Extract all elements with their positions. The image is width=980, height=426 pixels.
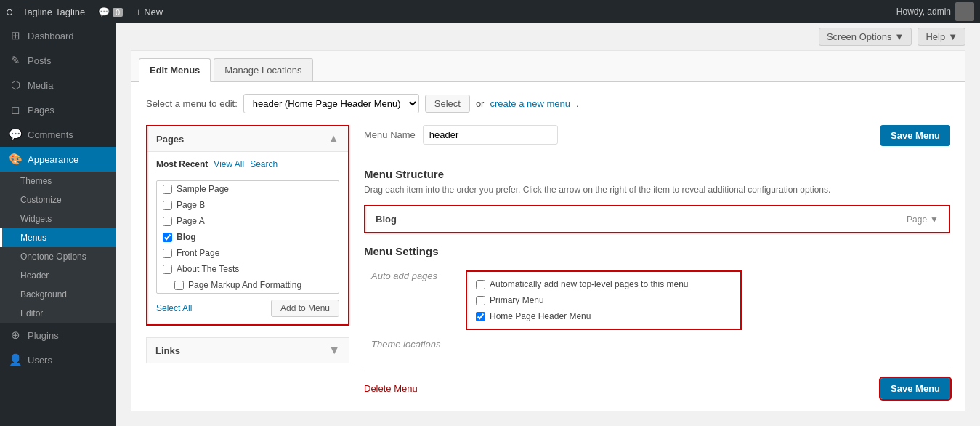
pages-tab-viewall[interactable]: View All (214, 159, 244, 169)
columns-layout: Pages ▲ Most Recent View All Search (146, 125, 950, 399)
dashboard-icon: ⊞ (9, 29, 22, 42)
page-label-sample[interactable]: Sample Page (177, 184, 229, 194)
page-label-frontpage[interactable]: Front Page (177, 248, 219, 258)
help-button[interactable]: Help ▼ (918, 28, 965, 46)
menu-name-input[interactable] (423, 125, 558, 145)
sidebar-item-appearance[interactable]: 🎨 Appearance (0, 147, 116, 172)
page-checkbox-pageb[interactable] (163, 201, 172, 210)
save-menu-button-top[interactable]: Save Menu (880, 125, 950, 146)
pages-tab-search[interactable]: Search (250, 159, 278, 169)
menu-selector-row: Select a menu to edit: header (Home Page… (146, 94, 950, 113)
page-checkbox-abouttests[interactable] (163, 265, 172, 274)
sidebar-item-plugins[interactable]: ⊕ Plugins (0, 323, 116, 347)
page-item-pageb: Page B (157, 197, 339, 213)
sidebar-item-header[interactable]: Header (0, 266, 116, 285)
menu-settings-heading: Menu Settings (364, 245, 950, 257)
admin-bar: ○ Tagline Tagline 💬 0 + New Howdy, admin (0, 0, 980, 23)
page-checkbox-pagea[interactable] (163, 217, 172, 226)
sidebar-item-menus[interactable]: Menus → (0, 228, 116, 247)
page-item-sample: Sample Page (157, 181, 339, 197)
sidebar-item-customize[interactable]: Customize (0, 190, 116, 209)
save-menu-button-bottom[interactable]: Save Menu (880, 378, 950, 399)
avatar[interactable] (955, 2, 974, 21)
content-wrap: Edit Menus Manage Locations Select a men… (131, 50, 965, 411)
pages-actions: Select All Add to Menu (156, 300, 339, 317)
links-header: Links ▼ (146, 337, 349, 363)
sidebar-item-posts[interactable]: ✎ Posts (0, 48, 116, 73)
nav-tabs: Edit Menus Manage Locations (131, 51, 965, 82)
sidebar-item-themes[interactable]: Themes (0, 172, 116, 190)
blog-item-chevron[interactable]: ▼ (930, 214, 939, 225)
tab-edit-menus[interactable]: Edit Menus (139, 58, 211, 82)
create-new-menu-link[interactable]: create a new menu (490, 98, 570, 109)
page-label-blog[interactable]: Blog (177, 232, 196, 242)
menu-structure-desc: Drag each item into the order you prefer… (364, 185, 950, 195)
links-postbox: Links ▼ (146, 337, 349, 363)
pages-toggle[interactable]: ▲ (328, 132, 339, 145)
add-to-menu-button[interactable]: Add to Menu (271, 300, 339, 317)
page-checkbox-blog[interactable] (163, 233, 172, 242)
auto-add-checkbox[interactable] (476, 280, 485, 289)
wp-logo-icon[interactable]: ○ (6, 4, 14, 20)
auto-add-row: Auto add pages Automatically add new top… (364, 266, 950, 334)
links-toggle[interactable]: ▼ (328, 344, 340, 357)
sidebar-item-comments[interactable]: 💬 Comments (0, 122, 116, 147)
home-header-checkbox[interactable] (476, 312, 485, 321)
sidebar: ⊞ Dashboard ✎ Posts ⬡ Media ◻ Pages 💬 Co… (0, 23, 116, 426)
settings-box: Automatically add new top-level pages to… (466, 270, 742, 330)
sidebar-item-dashboard[interactable]: ⊞ Dashboard (0, 23, 116, 48)
sidebar-item-media[interactable]: ⬡ Media (0, 73, 116, 97)
page-label-abouttests[interactable]: About The Tests (177, 264, 239, 274)
sidebar-item-background[interactable]: Background (0, 285, 116, 304)
main-content: Screen Options ▼ Help ▼ Edit Menus Manag… (116, 23, 980, 426)
plugins-icon: ⊕ (9, 329, 22, 342)
page-checkbox-markup[interactable] (174, 281, 184, 290)
comments-count: 0 (113, 8, 123, 17)
pages-title: Pages (156, 134, 184, 145)
primary-menu-checkbox[interactable] (476, 296, 485, 305)
screen-options-chevron: ▼ (895, 31, 904, 42)
tab-manage-locations[interactable]: Manage Locations (214, 58, 312, 81)
media-icon: ⬡ (9, 79, 22, 92)
page-item-pagea: Page A (157, 213, 339, 229)
sidebar-label-users: Users (28, 355, 52, 366)
menu-dropdown[interactable]: header (Home Page Header Menu) (243, 94, 419, 113)
delete-menu-link[interactable]: Delete Menu (364, 383, 418, 394)
blog-menu-item[interactable]: Blog Page ▼ (364, 205, 950, 233)
page-label-markup[interactable]: Page Markup And Formatting (188, 280, 301, 290)
sidebar-label-appearance: Appearance (28, 154, 78, 165)
comments-icon[interactable]: 💬 0 (98, 7, 123, 17)
sidebar-item-widgets[interactable]: Widgets (0, 209, 116, 228)
page-checkbox-frontpage[interactable] (163, 249, 172, 258)
or-text: or (476, 98, 485, 109)
select-all-link[interactable]: Select All (156, 303, 192, 313)
page-label-pageb[interactable]: Page B (177, 200, 205, 210)
theme-locations-row: Theme locations (364, 334, 950, 354)
auto-add-label: Auto add pages (364, 266, 458, 334)
sidebar-item-editor[interactable]: Editor (0, 304, 116, 323)
auto-add-checkbox-row: Automatically add new top-level pages to… (476, 279, 732, 289)
pages-postbox-header: Pages ▲ (147, 126, 348, 152)
page-checkbox-sample[interactable] (163, 185, 172, 194)
pages-tab-recent[interactable]: Most Recent (156, 159, 208, 169)
home-page-header-row: Home Page Header Menu (476, 311, 732, 321)
help-chevron: ▼ (948, 31, 957, 42)
page-label-pagea[interactable]: Page A (177, 216, 205, 226)
page-item-frontpage: Front Page (157, 245, 339, 261)
sidebar-item-pages[interactable]: ◻ Pages (0, 97, 116, 122)
sidebar-item-onetone[interactable]: Onetone Options (0, 247, 116, 266)
sidebar-label-dashboard: Dashboard (28, 31, 74, 41)
new-button[interactable]: + New (136, 7, 163, 17)
site-name[interactable]: Tagline (23, 7, 52, 17)
links-title: Links (155, 345, 180, 356)
menu-select-button[interactable]: Select (425, 95, 470, 113)
home-header-label[interactable]: Home Page Header Menu (490, 311, 591, 321)
screen-options-button[interactable]: Screen Options ▼ (819, 28, 912, 46)
auto-add-text[interactable]: Automatically add new top-level pages to… (490, 279, 689, 289)
menu-settings-section: Menu Settings Auto add pages Automati (364, 245, 950, 354)
menu-structure-heading: Menu Structure (364, 168, 950, 180)
site-name-label[interactable]: Tagline (55, 7, 85, 17)
auto-add-cell: Automatically add new top-level pages to… (458, 266, 950, 334)
sidebar-item-users[interactable]: 👤 Users (0, 347, 116, 372)
primary-menu-label[interactable]: Primary Menu (490, 295, 544, 305)
